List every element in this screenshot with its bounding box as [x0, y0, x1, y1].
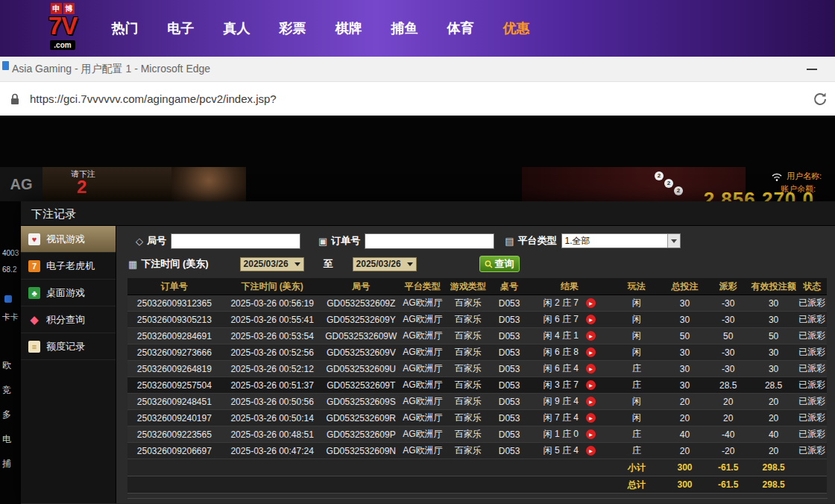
site-logo[interactable]: 申 博 7V .com: [36, 3, 89, 51]
refresh-icon[interactable]: [811, 90, 829, 108]
date-to-picker[interactable]: 2025/03/26: [353, 257, 417, 271]
replay-icon[interactable]: [586, 347, 596, 357]
table-row[interactable]: 250326009223565 2025-03-26 00:48:51 GD05…: [127, 426, 827, 443]
cell-result: 闲 1 庄 0: [529, 426, 610, 443]
cell-payout: -30: [707, 344, 750, 361]
cell-platform: AG欧洲厅: [399, 361, 447, 377]
date-from-picker[interactable]: 2025/03/26: [240, 257, 304, 271]
cell-round: GD0532532609W: [324, 328, 399, 344]
cell-bet: 30: [663, 295, 706, 312]
column-header: 局号: [324, 278, 399, 295]
cell-payout: 50: [707, 328, 750, 344]
nav-item[interactable]: 彩票: [265, 19, 321, 37]
nav-item[interactable]: 热门: [97, 19, 153, 37]
date-from-value: 2025/03/26: [244, 259, 289, 269]
table-row[interactable]: 250326009264819 2025-03-26 00:52:12 GD05…: [127, 361, 827, 377]
chevron-down-icon: [407, 262, 413, 266]
subtotal-label: 小计: [610, 459, 663, 476]
table-row[interactable]: 250326009248451 2025-03-26 00:50:56 GD05…: [127, 394, 827, 410]
replay-icon[interactable]: [586, 364, 596, 374]
cell-play: 庄: [610, 377, 663, 394]
cell-round: GD0532532609R: [324, 410, 399, 426]
replay-icon[interactable]: [586, 315, 596, 324]
minimize-button[interactable]: [807, 69, 817, 70]
nav-item[interactable]: 捕鱼: [376, 19, 432, 37]
cell-round: GD0532532609T: [324, 377, 399, 394]
video-thumbnail-bet[interactable]: 请下注 2: [42, 167, 171, 201]
cell-result: 闲 2 庄 7: [529, 295, 610, 312]
order-number-icon: [318, 236, 327, 247]
replay-icon[interactable]: [586, 380, 596, 390]
replay-icon[interactable]: [586, 331, 596, 341]
nav-item[interactable]: 电子: [153, 19, 209, 37]
order-label: 订单号: [331, 234, 360, 248]
sidebar-item[interactable]: 额度记录: [21, 333, 116, 360]
cell-time: 2025-03-26 00:52:12: [221, 361, 324, 377]
roulette-chips: 222: [655, 171, 686, 198]
total-payout: -61.5: [707, 476, 750, 494]
replay-icon[interactable]: [586, 413, 596, 423]
cell-result: 闲 5 庄 4: [529, 443, 610, 459]
column-header: 下注时间 (美东): [221, 278, 324, 295]
table-row[interactable]: 250326009284691 2025-03-26 00:53:54 GD05…: [127, 328, 827, 344]
table-row[interactable]: 250326009312365 2025-03-26 00:56:19 GD05…: [127, 295, 827, 312]
cell-result: 闲 6 庄 7: [529, 312, 610, 328]
sidebar-item[interactable]: 视讯游戏: [21, 226, 116, 253]
platform-select[interactable]: 1.全部: [561, 233, 681, 248]
cell-bet: 40: [663, 426, 706, 443]
cell-game: 百家乐: [447, 443, 490, 459]
table-row[interactable]: 250326009206697 2025-03-26 00:47:24 GD05…: [127, 443, 827, 459]
nav-item[interactable]: 棋牌: [321, 19, 376, 37]
total-row: 总计 300 -61.5 298.5: [127, 476, 827, 494]
video-thumbnail-dealer[interactable]: [171, 167, 246, 201]
calendar-icon: [128, 259, 137, 270]
cell-table: D053: [490, 312, 529, 328]
table-row[interactable]: 250326009273666 2025-03-26 00:52:56 GD05…: [127, 344, 827, 361]
round-input[interactable]: [171, 233, 300, 249]
cell-valid: 20: [750, 443, 798, 459]
lock-icon: [9, 92, 21, 109]
url-text[interactable]: https://gci.7vvvvvv.com/agingame/pcv2/in…: [30, 82, 277, 116]
subtotal-row: 小计 300 -61.5 298.5: [127, 459, 827, 476]
order-input[interactable]: [365, 233, 494, 249]
replay-icon[interactable]: [586, 397, 596, 406]
cell-order: 250326009240197: [127, 410, 221, 426]
chevron-down-icon[interactable]: [667, 234, 680, 248]
round-label: 局号: [147, 234, 166, 248]
cell-result: 闲 6 庄 8: [529, 344, 610, 361]
column-header: 订单号: [127, 278, 221, 295]
replay-icon[interactable]: [586, 429, 596, 439]
table-row[interactable]: 250326009257504 2025-03-26 00:51:37 GD05…: [127, 377, 827, 394]
cell-bet: 30: [663, 361, 706, 377]
total-label: 总计: [610, 476, 663, 494]
column-header: 状态: [798, 278, 827, 295]
cell-valid: 30: [750, 344, 798, 361]
table-row[interactable]: 250326009305213 2025-03-26 00:55:41 GD05…: [127, 312, 827, 328]
nav-item[interactable]: 优惠: [488, 19, 544, 37]
cell-payout: -30: [707, 312, 750, 328]
sidebar-item[interactable]: 桌面游戏: [21, 280, 116, 306]
cell-bet: 30: [663, 344, 706, 361]
cell-payout: -30: [707, 361, 750, 377]
replay-icon[interactable]: [586, 298, 596, 308]
cell-payout: -20: [707, 443, 750, 459]
content-divider: [127, 498, 828, 499]
bet-time-label: 下注时间 (美东): [141, 257, 208, 271]
ag-logo: AG: [0, 167, 42, 201]
cell-valid: 20: [750, 394, 798, 410]
document-icon: [28, 341, 40, 353]
sidebar-item[interactable]: 积分查询: [21, 306, 116, 333]
round-number-icon: [136, 236, 143, 247]
background-menu-item: 欧: [2, 359, 11, 372]
column-header: 游戏类型: [447, 278, 490, 295]
sidebar-item[interactable]: 电子老虎机: [21, 253, 116, 280]
nav-item[interactable]: 体育: [432, 19, 488, 37]
cell-result: 闲 3 庄 7: [529, 377, 610, 394]
nav-item[interactable]: 真人: [209, 19, 265, 37]
table-row[interactable]: 250326009240197 2025-03-26 00:50:14 GD05…: [127, 410, 827, 426]
column-header: 桌号: [490, 278, 529, 295]
search-button[interactable]: 查询: [479, 256, 520, 272]
replay-icon[interactable]: [586, 446, 596, 456]
cell-play: 闲: [610, 312, 663, 328]
cell-payout: -40: [707, 426, 750, 443]
